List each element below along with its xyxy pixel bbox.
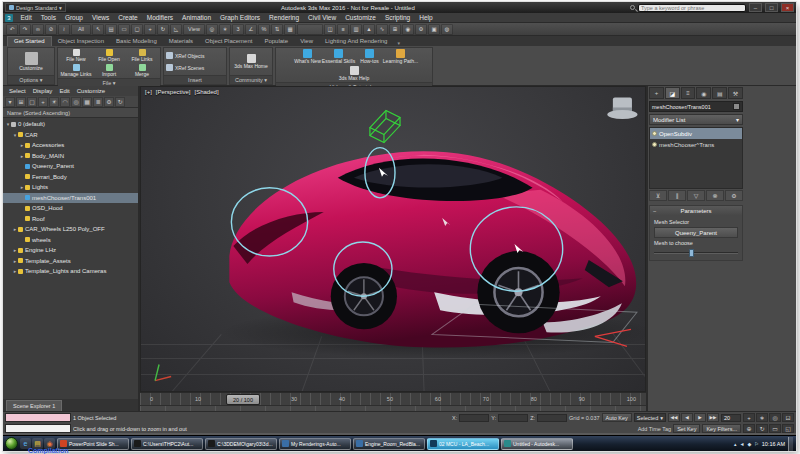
add-time-tag[interactable]: Add Time Tag <box>638 426 672 432</box>
selection-filter-dropdown[interactable]: All <box>71 24 91 35</box>
modifier-enabled-icon[interactable] <box>652 131 657 136</box>
maximize-button[interactable]: □ <box>765 3 778 12</box>
ribbon-tab[interactable]: Object Placement <box>199 36 258 46</box>
create-tab[interactable]: + <box>649 87 664 99</box>
mirror-icon[interactable]: ◫ <box>324 24 336 35</box>
car-model[interactable] <box>229 151 636 347</box>
field-of-view-icon[interactable]: ⊡ <box>782 413 794 422</box>
panel-label-community[interactable]: Community ▾ <box>230 75 272 84</box>
tutorial-button[interactable]: How-tos <box>355 49 384 65</box>
explorer-settings-icon[interactable]: ⚙ <box>104 97 114 107</box>
explorer-sort-header[interactable]: Name (Sorted Ascending) <box>3 108 138 118</box>
ribbon-toggle-icon[interactable]: ▲ <box>363 24 375 35</box>
time-ruler[interactable]: 20 / 100 0102030405060708090100 <box>140 392 646 405</box>
menu-item[interactable]: Customize <box>341 13 381 23</box>
slider-handle[interactable] <box>689 249 694 257</box>
display-groups-icon[interactable]: ▦ <box>82 97 92 107</box>
scene-explorer-row[interactable]: ▸ Accessories <box>3 140 138 151</box>
file-ribbon-button[interactable]: File Open <box>94 49 125 63</box>
taskbar-button[interactable]: C:\Users\THPC2\Aut... <box>131 438 203 450</box>
ribbon-tab[interactable]: Materials <box>163 36 199 46</box>
material-editor-icon[interactable]: ◉ <box>402 24 414 35</box>
scene-explorer-row[interactable]: Ferrari_Body <box>3 172 138 183</box>
explorer-menu-item[interactable]: Select <box>6 86 29 96</box>
menu-item[interactable]: Graph Editors <box>216 13 265 23</box>
bind-to-spacewarp-icon[interactable]: ≀ <box>58 24 70 35</box>
spinner-snap-icon[interactable]: ⇅ <box>271 24 283 35</box>
select-object-icon[interactable]: ↖ <box>92 24 104 35</box>
network-icon[interactable]: ◆ <box>747 441 751 447</box>
taskbar-button[interactable]: C:\3DDEMO\gary03\3d... <box>205 438 277 450</box>
hierarchy-tab[interactable]: ≡ <box>681 87 696 99</box>
help-search-input[interactable] <box>638 4 746 12</box>
render-production-icon[interactable]: ◍ <box>441 24 453 35</box>
min-max-toggle-icon[interactable]: ◱ <box>782 424 794 433</box>
menu-item[interactable]: Group <box>60 13 87 23</box>
maximize-viewport-icon[interactable]: ▭ <box>769 424 781 433</box>
ribbon-tab[interactable]: Basic Modeling <box>110 36 163 46</box>
coord-y-field[interactable] <box>498 414 528 422</box>
file-ribbon-button[interactable]: File Links <box>127 49 158 63</box>
make-unique-icon[interactable]: ▽ <box>687 190 705 201</box>
configure-modifier-sets-icon[interactable]: ⚙ <box>725 190 743 201</box>
display-geometry-icon[interactable]: + <box>38 97 48 107</box>
maxscript-listener-pink[interactable] <box>5 413 71 422</box>
explorer-mode-icon[interactable]: ▾ <box>5 97 15 107</box>
reference-coordinate-dropdown[interactable]: View <box>183 24 205 35</box>
transform-gizmo[interactable] <box>370 110 400 142</box>
ribbon-tab[interactable]: Populate <box>258 36 294 46</box>
display-tab[interactable]: ▤ <box>712 87 727 99</box>
menu-item[interactable]: Edit <box>16 13 36 23</box>
rendered-frame-window-icon[interactable]: ▣ <box>428 24 440 35</box>
menu-item[interactable]: Create <box>114 13 143 23</box>
close-button[interactable]: × <box>781 3 794 12</box>
play-icon[interactable]: ▶ <box>694 413 706 422</box>
tutorial-button[interactable]: 3ds Max Help <box>340 66 369 82</box>
snaps-toggle-icon[interactable]: 3 <box>232 24 244 35</box>
menu-item[interactable]: Civil View <box>304 13 341 23</box>
modifier-list-dropdown[interactable]: Modifier List ▾ <box>649 114 743 125</box>
scene-explorer-row[interactable]: ▸ Engine LHz <box>3 245 138 256</box>
menu-item[interactable]: Animation <box>178 13 216 23</box>
file-ribbon-button[interactable]: Import <box>94 64 125 78</box>
scene-explorer-tab[interactable]: Scene Explorer 1 <box>6 400 62 411</box>
window-crossing-icon[interactable]: ▢ <box>131 24 143 35</box>
action-center-icon[interactable]: ⚐ <box>754 441 758 447</box>
scene-explorer-row[interactable]: ▸ CAR_Wheels L250 Poly_OFF <box>3 224 138 235</box>
select-and-scale-icon[interactable]: ◺ <box>170 24 182 35</box>
menu-item[interactable]: Scripting <box>380 13 414 23</box>
remove-modifier-icon[interactable]: ⊗ <box>706 190 724 201</box>
menu-item[interactable]: Views <box>87 13 113 23</box>
zoom-extents-icon[interactable]: ◎ <box>769 413 781 422</box>
tutorial-button[interactable]: Essential Skills <box>324 49 353 65</box>
scene-explorer-row[interactable]: Roof <box>3 214 138 225</box>
scene-explorer-row[interactable]: ▸ Template_Assets <box>3 256 138 267</box>
taskbar-button[interactable]: Engine_Room_RedBla... <box>353 438 425 450</box>
ribbon-tab[interactable]: Lighting And Rendering <box>319 36 393 46</box>
ribbon-tab[interactable]: View <box>294 36 319 46</box>
undo-icon[interactable]: ↶ <box>6 24 18 35</box>
key-mode-dropdown[interactable]: Selected▾ <box>634 413 666 422</box>
scene-explorer-row[interactable]: OSD_Hood <box>3 203 138 214</box>
time-slider[interactable]: 20 / 100 <box>226 394 260 405</box>
render-setup-icon[interactable]: ⚙ <box>415 24 427 35</box>
scene-explorer-row[interactable]: ▸ Template_Lights and Cameras <box>3 266 138 277</box>
viewport-menu-plus[interactable]: [+] <box>145 89 152 95</box>
named-selection-sets-dropdown[interactable] <box>297 24 323 35</box>
modify-tab[interactable]: ◪ <box>665 87 680 99</box>
taskbar-clock[interactable]: 10:16 AM <box>762 441 785 447</box>
panel-label-options[interactable]: Options ▾ <box>8 75 54 84</box>
pin-stack-icon[interactable]: ⊻ <box>649 190 667 201</box>
ribbon-tab[interactable]: Get Started <box>7 36 52 46</box>
coord-z-field[interactable] <box>537 414 567 422</box>
viewport[interactable]: [+] [Perspective] [Shaded] <box>140 86 646 392</box>
auto-key-button[interactable]: Auto Key <box>602 413 632 422</box>
zoom-all-icon[interactable]: ∗ <box>756 413 768 422</box>
current-frame-field[interactable]: 20 <box>721 414 741 422</box>
modifier-stack-item[interactable]: OpenSubdiv <box>650 128 742 139</box>
ribbon-tab[interactable]: Object Inspection <box>52 36 110 46</box>
xref-button[interactable]: XRef Objects <box>166 50 224 61</box>
select-and-rotate-icon[interactable]: ↻ <box>157 24 169 35</box>
file-ribbon-button[interactable]: Merge <box>127 64 158 78</box>
redo-icon[interactable]: ↷ <box>19 24 31 35</box>
